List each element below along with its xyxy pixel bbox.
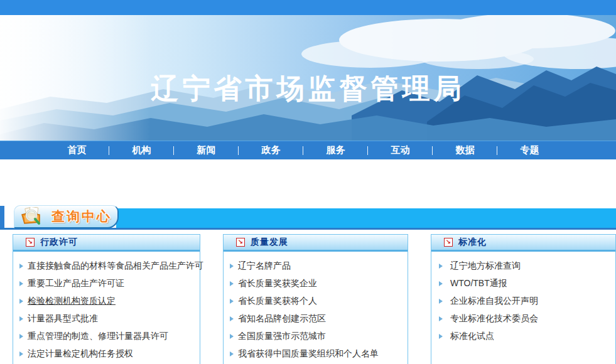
red-arrow-box-icon: ↘ [236, 238, 245, 247]
link-label: 全国质量强市示范城市 [238, 331, 326, 342]
section-title: 质量发展 [251, 237, 288, 248]
triangle-bullet-icon [230, 264, 234, 269]
link-label: 重点管理的制造、修理计量器具许可 [28, 331, 168, 342]
list-item[interactable]: 我省获得中国质量奖组织和个人名单 [230, 345, 404, 363]
list-item[interactable]: 重点管理的制造、修理计量器具许可 [19, 328, 196, 345]
section-title: 行政许可 [40, 237, 78, 248]
section-admin-licensing: ↘ 行政许可 直接接触食品的材料等食品相关产品生产许可 重要工业产品生产许可证 … [13, 234, 200, 364]
nav-item-service[interactable]: 服务 [303, 141, 368, 159]
nav-item-data[interactable]: 数据 [433, 141, 497, 159]
nav-item-home[interactable]: 首页 [45, 141, 109, 159]
red-arrow-box-icon: ↘ [26, 238, 35, 247]
nav-item-special[interactable]: 专题 [497, 141, 562, 159]
link-label: 我省获得中国质量奖组织和个人名单 [238, 348, 379, 360]
triangle-bullet-icon [19, 316, 23, 321]
section-header: ↘ 标准化 [431, 235, 615, 252]
triangle-bullet-icon [439, 264, 443, 269]
link-label: WTO/TBT通报 [450, 278, 507, 289]
section-title: 标准化 [458, 237, 487, 248]
link-label: 企业标准自我公开声明 [450, 296, 538, 307]
query-strip-left-notch [0, 206, 4, 228]
link-label: 直接接触食品的材料等食品相关产品生产许可 [28, 260, 203, 272]
nav-item-gov[interactable]: 政务 [239, 141, 303, 159]
triangle-bullet-icon [230, 351, 234, 356]
triangle-bullet-icon [439, 299, 443, 304]
list-item[interactable]: 省长质量奖获奖企业 [230, 275, 404, 292]
list-item[interactable]: 法定计量检定机构任务授权 [19, 345, 196, 363]
link-label: 检验检测机构资质认定 [28, 296, 116, 307]
header-banner: 辽宁省市场监督管理局 [0, 15, 616, 141]
nav-item-agency[interactable]: 机构 [109, 141, 174, 159]
link-label: 辽宁地方标准查询 [450, 260, 521, 272]
query-center-tab[interactable]: 查询中心 [14, 205, 119, 228]
nav-item-news[interactable]: 新闻 [174, 141, 239, 159]
section-header: ↘ 质量发展 [224, 235, 408, 252]
link-label: 标准化试点 [450, 331, 494, 342]
list-item[interactable]: 检验检测机构资质认定 [19, 292, 196, 310]
section-standardization: ↘ 标准化 辽宁地方标准查询 WTO/TBT通报 企业标准自我公开声明 专业标准… [431, 234, 616, 364]
list-item[interactable]: 辽宁地方标准查询 [439, 257, 612, 275]
site-title: 辽宁省市场监督管理局 [0, 70, 616, 107]
nav-item-interact[interactable]: 互动 [368, 141, 433, 159]
red-arrow-box-icon: ↘ [444, 238, 453, 247]
folder-magnifier-icon [21, 207, 47, 226]
triangle-bullet-icon [439, 334, 443, 339]
link-label: 辽宁名牌产品 [238, 260, 291, 272]
link-label: 重要工业产品生产许可证 [28, 278, 124, 289]
triangle-bullet-icon [230, 281, 234, 286]
section-header: ↘ 行政许可 [13, 235, 200, 252]
triangle-bullet-icon [19, 264, 23, 269]
list-item[interactable]: 省知名品牌创建示范区 [230, 310, 404, 328]
triangle-bullet-icon [230, 316, 234, 321]
page-root: 辽宁省市场监督管理局 首页 机构 新闻 政务 服务 互动 数据 专题 [0, 0, 616, 364]
triangle-bullet-icon [19, 351, 23, 356]
link-label: 省知名品牌创建示范区 [238, 313, 326, 324]
query-center-label: 查询中心 [51, 208, 112, 225]
triangle-bullet-icon [230, 299, 234, 304]
section-quality-development: ↘ 质量发展 辽宁名牌产品 省长质量奖获奖企业 省长质量奖获将个人 省知名品牌创… [223, 234, 408, 364]
list-item[interactable]: WTO/TBT通报 [439, 275, 612, 292]
list-item[interactable]: 专业标准化技术委员会 [439, 310, 612, 328]
list-item[interactable]: 全国质量强市示范城市 [230, 328, 404, 345]
list-item[interactable]: 直接接触食品的材料等食品相关产品生产许可 [19, 257, 196, 275]
triangle-bullet-icon [230, 334, 234, 339]
link-label: 计量器具型式批准 [28, 313, 98, 324]
link-label: 省长质量奖获将个人 [238, 296, 317, 307]
triangle-bullet-icon [439, 316, 443, 321]
list-item[interactable]: 企业标准自我公开声明 [439, 292, 612, 310]
main-nav: 首页 机构 新闻 政务 服务 互动 数据 专题 [0, 141, 616, 159]
link-label: 省长质量奖获奖企业 [238, 278, 317, 289]
list-item[interactable]: 辽宁名牌产品 [230, 257, 404, 275]
list-item[interactable]: 标准化试点 [439, 328, 612, 345]
list-item[interactable]: 省长质量奖获将个人 [230, 292, 404, 310]
triangle-bullet-icon [19, 281, 23, 286]
query-center-strip [116, 208, 616, 228]
triangle-bullet-icon [439, 281, 443, 286]
link-label: 法定计量检定机构任务授权 [28, 348, 133, 360]
link-label: 专业标准化技术委员会 [450, 313, 538, 324]
list-item[interactable]: 重要工业产品生产许可证 [19, 275, 196, 292]
list-item[interactable]: 计量器具型式批准 [19, 310, 196, 328]
triangle-bullet-icon [19, 299, 23, 304]
top-bar [0, 0, 616, 15]
triangle-bullet-icon [19, 334, 23, 339]
